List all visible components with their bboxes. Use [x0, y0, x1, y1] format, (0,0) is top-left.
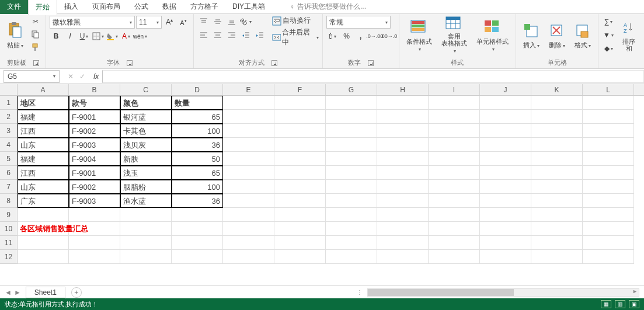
cell[interactable]	[429, 222, 480, 236]
cell[interactable]	[480, 110, 531, 124]
cell[interactable]	[480, 208, 531, 222]
sheet-nav-next[interactable]: ►	[14, 288, 21, 297]
row-header[interactable]: 4	[0, 138, 18, 152]
border-button[interactable]: ▾	[92, 30, 105, 42]
sheet-nav-prev[interactable]: ◄	[5, 288, 12, 297]
cell[interactable]	[583, 138, 634, 152]
decrease-indent-button[interactable]	[239, 29, 252, 41]
cell[interactable]	[583, 152, 634, 166]
cell[interactable]: 福建	[18, 152, 69, 166]
clipboard-dialog-launcher[interactable]	[33, 60, 39, 66]
cell[interactable]	[480, 222, 531, 236]
cell[interactable]: 100	[172, 124, 223, 138]
tab-insert[interactable]: 插入	[57, 0, 85, 14]
cell[interactable]	[429, 236, 480, 250]
cell[interactable]	[531, 180, 583, 194]
cell[interactable]	[274, 236, 326, 250]
cell[interactable]	[480, 236, 531, 250]
cell[interactable]	[223, 180, 274, 194]
cell[interactable]	[223, 222, 274, 236]
cell[interactable]	[18, 208, 69, 222]
cell[interactable]	[583, 250, 634, 264]
orientation-button[interactable]: ab▾	[239, 16, 252, 27]
column-header[interactable]: G	[326, 84, 377, 95]
cell[interactable]	[326, 180, 377, 194]
italic-button[interactable]: I	[64, 30, 76, 42]
copy-button[interactable]	[29, 29, 42, 40]
spreadsheet-grid[interactable]: ABCDEFGHIJKL 1地区款号颜色数量2福建F-9001银河蓝653江西F…	[0, 84, 644, 285]
align-middle-button[interactable]	[211, 16, 224, 27]
cell[interactable]	[583, 236, 634, 250]
tell-me-search[interactable]: ♀ 告诉我您想要做什么...	[290, 2, 366, 12]
cell[interactable]: 款号	[69, 96, 120, 110]
row-header[interactable]: 11	[0, 236, 18, 250]
cell[interactable]	[429, 208, 480, 222]
merge-center-button[interactable]: 合并后居中▾	[272, 27, 319, 47]
cell[interactable]	[172, 208, 223, 222]
cell[interactable]: 各区域销售数量汇总	[18, 222, 69, 236]
cell[interactable]: F-9001	[69, 166, 120, 180]
font-color-button[interactable]: A▾	[120, 30, 133, 42]
cell[interactable]	[531, 222, 583, 236]
cell[interactable]	[326, 208, 377, 222]
cell[interactable]	[223, 152, 274, 166]
cell[interactable]	[274, 250, 326, 264]
cell[interactable]	[583, 222, 634, 236]
cell[interactable]: F-9003	[69, 194, 120, 208]
fill-color-button[interactable]: ▾	[106, 30, 119, 42]
cell[interactable]: F-9004	[69, 152, 120, 166]
cell[interactable]	[326, 194, 377, 208]
cell[interactable]	[429, 180, 480, 194]
cell[interactable]	[69, 208, 120, 222]
cell[interactable]	[377, 138, 429, 152]
column-header[interactable]: K	[531, 84, 583, 95]
cell[interactable]	[583, 110, 634, 124]
cell[interactable]	[480, 124, 531, 138]
column-header[interactable]: J	[480, 84, 531, 95]
accounting-format-button[interactable]: ₿▾	[326, 30, 339, 42]
increase-decimal-button[interactable]: .0→.00	[368, 30, 381, 42]
font-dialog-launcher[interactable]	[127, 60, 133, 66]
cell[interactable]	[480, 166, 531, 180]
cell[interactable]	[172, 222, 223, 236]
number-dialog-launcher[interactable]	[368, 60, 374, 66]
cell[interactable]	[583, 166, 634, 180]
cell[interactable]	[480, 250, 531, 264]
cut-button[interactable]: ✂	[29, 16, 42, 27]
comma-button[interactable]: ,	[354, 30, 367, 42]
cell[interactable]: F-9002	[69, 180, 120, 194]
cell[interactable]	[120, 250, 172, 264]
cell[interactable]	[429, 152, 480, 166]
phonetic-button[interactable]: wén▾	[134, 30, 147, 42]
cell[interactable]	[377, 208, 429, 222]
column-header[interactable]: C	[120, 84, 172, 95]
tab-home[interactable]: 开始	[28, 0, 57, 15]
cell[interactable]	[429, 124, 480, 138]
paste-button[interactable]: 粘贴▾	[4, 16, 27, 54]
align-right-button[interactable]	[225, 29, 238, 41]
cell[interactable]	[326, 222, 377, 236]
cell-styles-button[interactable]: 单元格样式▾	[473, 16, 512, 54]
cell[interactable]	[480, 152, 531, 166]
cell[interactable]	[18, 250, 69, 264]
decrease-decimal-button[interactable]: .00→.0	[382, 30, 395, 42]
cell[interactable]: 浅贝灰	[120, 138, 172, 152]
cell[interactable]: 浅玉	[120, 166, 172, 180]
cell[interactable]: F-9003	[69, 138, 120, 152]
bold-button[interactable]: B	[50, 30, 62, 42]
tab-file[interactable]: 文件	[0, 0, 28, 14]
underline-button[interactable]: U▾	[78, 30, 90, 42]
cell[interactable]	[223, 110, 274, 124]
cell[interactable]	[274, 222, 326, 236]
cell[interactable]	[480, 194, 531, 208]
cell[interactable]: F-9001	[69, 110, 120, 124]
cell[interactable]	[223, 236, 274, 250]
cell[interactable]	[274, 96, 326, 110]
cell[interactable]	[274, 124, 326, 138]
name-box[interactable]: G5▾	[4, 70, 60, 83]
page-break-view-button[interactable]: ▣	[629, 300, 639, 308]
cell[interactable]	[531, 152, 583, 166]
cell[interactable]	[531, 194, 583, 208]
cell[interactable]	[583, 96, 634, 110]
row-header[interactable]: 12	[0, 250, 18, 264]
